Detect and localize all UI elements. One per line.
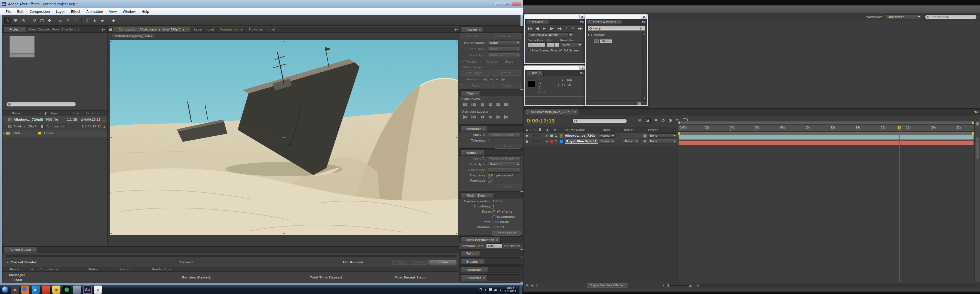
rq-col-status[interactable]: Status (58, 268, 97, 271)
loop-icon[interactable]: ↻ (571, 27, 574, 30)
eye-icon[interactable]: ◉ (526, 133, 528, 138)
tab-render-queue[interactable]: Render Queue× (3, 247, 37, 253)
preview-window[interactable]: x Preview× ▼≡ ▮◀ ◀▮ ▶ ▮▶ ▶▮ ♪ ↻ ▶▶ RAM P… (524, 14, 586, 64)
item-name[interactable]: Alkukuv...20p 2 (12, 125, 41, 128)
tab-smoother[interactable]: Smoother× (460, 126, 487, 132)
eraser-tool[interactable]: ▰ (99, 17, 106, 24)
play-icon[interactable]: ▶ (543, 27, 546, 30)
tab-preview[interactable]: Preview× (526, 19, 549, 24)
help-search[interactable] (925, 14, 977, 19)
navigator-end-handle[interactable] (972, 121, 974, 124)
tab-tracker[interactable]: Tracker× (460, 27, 484, 32)
ram-preview-options-dropdown[interactable]: RAM Preview Options (528, 32, 573, 37)
label-column-icon[interactable]: ◧ (546, 127, 549, 133)
selection-tool[interactable]: ↖ (4, 17, 11, 24)
analyze-forward-frame-icon[interactable]: ▮▶ (501, 78, 506, 81)
comp-marker-bin-icon[interactable] (976, 122, 979, 126)
align-top-icon[interactable] (487, 102, 493, 106)
wireframe-checkbox[interactable] (492, 210, 495, 213)
info-window[interactable]: x Info× ▼≡ R : G : B : A : 0 + X : 206 Y… (524, 65, 586, 106)
capture-speed-value[interactable]: 100 (492, 199, 498, 203)
analyze-forward-icon[interactable]: ▶ (496, 78, 498, 81)
tray-volume-icon[interactable]: ♪ (500, 288, 502, 292)
clone-stamp-tool[interactable]: ♙ (91, 17, 98, 24)
layer-handle-mid-left[interactable] (111, 137, 112, 138)
frame-blend-icon[interactable]: ◔ (662, 118, 665, 122)
draft-3d-icon[interactable]: ◪ (645, 118, 651, 122)
timeline-search[interactable] (573, 118, 627, 123)
options-button[interactable]: Options... (492, 70, 521, 76)
rotation-checkbox[interactable] (481, 60, 484, 63)
scroll-up-icon[interactable]: ▲ (103, 125, 105, 128)
tab-paint[interactable]: Paint× (460, 250, 480, 256)
close-button[interactable]: ✕ (512, 2, 521, 6)
current-track-dropdown[interactable]: None (488, 47, 521, 52)
menu-window[interactable]: Window (120, 10, 138, 14)
full-screen-checkbox[interactable] (559, 49, 562, 52)
stabilize-motion-button[interactable]: Stabilize Motion (492, 33, 521, 39)
work-area-end-handle[interactable] (972, 132, 974, 135)
tl-col-source-name[interactable]: Source Name (565, 127, 585, 133)
timeline-zoom-slider[interactable]: ▲ ▲ (663, 284, 692, 287)
tray-network-icon[interactable] (494, 288, 497, 291)
current-render-expander[interactable]: ▸ (2, 261, 8, 264)
label-column-icon[interactable]: ◧ (43, 111, 49, 115)
effects-group-generate[interactable]: ▼ Generate (586, 32, 646, 38)
wiggler-apply-to-dropdown[interactable]: Temporal Graph (488, 156, 521, 161)
current-time-indicator[interactable] (897, 126, 901, 130)
menu-layer[interactable]: Layer (53, 10, 68, 14)
menu-effect[interactable]: Effect (68, 10, 84, 14)
keyframe-rate-dropdown[interactable]: (30) (486, 243, 502, 248)
menu-edit[interactable]: Edit (14, 10, 26, 14)
smoother-apply-button[interactable]: Apply (495, 144, 521, 149)
layer-label-swatch[interactable] (550, 134, 553, 137)
motion-source-dropdown[interactable]: None (488, 41, 521, 46)
menu-help[interactable]: Help (138, 10, 152, 14)
clear-search-icon[interactable]: × (640, 27, 643, 30)
distribute-center-v-icon[interactable] (471, 115, 476, 119)
motion-blur-icon[interactable]: ◑ (668, 118, 672, 122)
layer-name[interactable]: Alkukuv...va_720p (565, 133, 595, 138)
distribute-left-icon[interactable] (487, 115, 493, 119)
layer-handle-mid-right[interactable] (456, 137, 457, 138)
parent-pickwhip-icon[interactable]: @ (643, 138, 646, 144)
parent-pickwhip-icon[interactable]: @ (643, 133, 646, 138)
flowchart-icon[interactable]: ∴ (103, 118, 105, 122)
edit-target-button[interactable]: Edit Target... (461, 70, 490, 76)
previous-frame-icon[interactable]: ◀▮ (535, 27, 539, 30)
navigator-start-handle[interactable] (678, 121, 680, 124)
lock-column-icon[interactable] (539, 129, 541, 131)
workspace-dropdown[interactable]: Dualscreen (886, 14, 922, 19)
project-row-png[interactable]: Alkukuv..._720p PNG file 1,1 GB Δ 0:00:2… (2, 116, 107, 123)
reset-button[interactable]: Reset (461, 83, 490, 88)
taskbar-icon-after-effects[interactable]: Ae (83, 286, 91, 294)
distribute-top-icon[interactable] (463, 115, 468, 119)
tab-flowchart[interactable]: Flowchart: (none) (247, 27, 277, 32)
composition-mini-flowchart-icon[interactable]: ⊞ (638, 118, 641, 122)
expander-icon[interactable]: ▶ (546, 138, 548, 144)
panel-menu-icon[interactable]: ▼≡ (974, 111, 978, 113)
audio-toggle[interactable] (533, 134, 536, 137)
align-left-icon[interactable] (463, 102, 468, 106)
col-comment[interactable]: Comment (105, 111, 107, 115)
expander-icon[interactable]: ▶ (3, 132, 5, 135)
track-type-dropdown[interactable]: Stabilize (488, 53, 521, 58)
taskbar-icon-vlc[interactable] (11, 286, 19, 294)
collapse-icon[interactable]: ▼ (588, 34, 589, 36)
taskbar-icon-browser[interactable] (42, 286, 50, 294)
layer-name-edit-field[interactable]: Royal Blue Solid 1 (565, 139, 598, 144)
smoother-apply-to-dropdown[interactable]: Temporal Graph (488, 133, 521, 137)
analyze-backward-frame-icon[interactable]: ◀▮ (483, 78, 487, 81)
taskbar-icon-firefox[interactable] (21, 286, 29, 294)
tab-paragraph[interactable]: Paragraph× (460, 267, 488, 272)
tab-align[interactable]: Align× (460, 91, 480, 96)
audio-column-icon[interactable]: ♪ (530, 128, 532, 132)
tab-motion-sketch[interactable]: Motion Sketch× (460, 192, 494, 198)
timeline-hscrollbar[interactable] (701, 284, 977, 287)
zoom-tool[interactable]: ◎ (20, 17, 27, 24)
layer-handle-top-left[interactable] (111, 41, 112, 42)
blend-mode-dropdown[interactable]: Normal (599, 139, 616, 143)
layer-bar-1[interactable] (679, 135, 974, 140)
rotation-tool[interactable]: ↺ (31, 17, 38, 24)
rq-col-render-time[interactable]: Render Time (130, 268, 171, 271)
